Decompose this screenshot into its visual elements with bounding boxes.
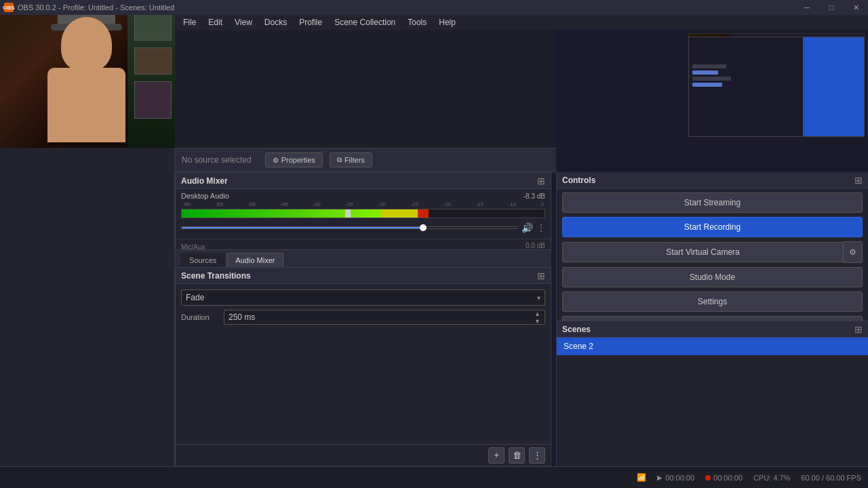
controls-menu-icon[interactable]: ⊞ bbox=[854, 175, 863, 186]
duration-row: Duration 250 ms ▲ ▼ bbox=[181, 310, 545, 325]
cpu-text: CPU: 4.7% bbox=[753, 474, 790, 482]
fps-text: 60.00 / 60.00 FPS bbox=[801, 474, 861, 482]
desktop-more-button[interactable]: ⋮ bbox=[537, 223, 545, 232]
duration-value: 250 ms bbox=[229, 312, 255, 322]
audio-mixer: Audio Mixer ⊞ Desktop Audio -8.3 dB -60 … bbox=[175, 172, 551, 250]
menu-bar: File Edit View Docks Profile Scene Colle… bbox=[175, 15, 868, 30]
maximize-button[interactable]: □ bbox=[819, 0, 844, 15]
transitions-menu-icon[interactable]: ⊞ bbox=[537, 270, 545, 281]
properties-button[interactable]: ⚙ Properties bbox=[265, 152, 323, 167]
label-0: 0 bbox=[541, 201, 544, 207]
settings-button[interactable]: Settings bbox=[562, 291, 863, 312]
desktop-audio-meter bbox=[181, 209, 545, 218]
transitions-header: Scene Transitions ⊞ bbox=[176, 268, 551, 284]
menu-file[interactable]: File bbox=[178, 16, 201, 28]
scene-transitions-panel: Scene Transitions ⊞ Fade ▾ Duration 250 … bbox=[175, 268, 551, 466]
label-25: -25 bbox=[410, 201, 418, 207]
remove-transition-button[interactable]: 🗑 bbox=[509, 447, 525, 464]
minimize-button[interactable]: ─ bbox=[795, 0, 819, 15]
menu-profile[interactable]: Profile bbox=[294, 16, 328, 28]
meter-labels: -60 -55 -50 -45 -40 -35 -30 -25 -20 -15 … bbox=[181, 201, 545, 207]
meter-yellow-desktop bbox=[381, 209, 418, 218]
menu-edit[interactable]: Edit bbox=[203, 16, 228, 28]
gear-icon: ⚙ bbox=[273, 157, 279, 164]
menu-help[interactable]: Help bbox=[433, 16, 461, 28]
stream-time: 00:00:00 bbox=[665, 474, 694, 482]
webcam-image bbox=[0, 0, 175, 148]
controls-header: Controls ⊞ bbox=[557, 172, 868, 188]
add-transition-button[interactable]: + bbox=[488, 447, 505, 464]
desktop-audio-name: Desktop Audio bbox=[181, 192, 229, 200]
audio-mixer-title: Audio Mixer bbox=[181, 176, 228, 186]
virtual-camera-row: Start Virtual Camera ⚙ bbox=[562, 241, 863, 263]
cpu-status: CPU: 4.7% bbox=[753, 474, 790, 482]
close-button[interactable]: ✕ bbox=[844, 0, 868, 15]
properties-label: Properties bbox=[281, 156, 315, 164]
desktop-controls: 🔊 ⋮ bbox=[181, 221, 545, 235]
menu-scene-collection[interactable]: Scene Collection bbox=[329, 16, 401, 28]
left-panel bbox=[0, 148, 175, 466]
transitions-footer: + 🗑 ⋮ bbox=[176, 444, 551, 466]
title-bar-text: OBS 30.0.2 - Profile: Untitled - Scenes:… bbox=[18, 3, 174, 12]
scene-item-scene2[interactable]: Scene 2 bbox=[557, 338, 868, 355]
menu-view[interactable]: View bbox=[229, 16, 258, 28]
scenes-title: Scenes bbox=[562, 325, 591, 334]
more-transitions-button[interactable]: ⋮ bbox=[529, 447, 545, 464]
fps-status: 60.00 / 60.00 FPS bbox=[801, 474, 861, 482]
tab-audio-mixer[interactable]: Audio Mixer bbox=[226, 253, 283, 267]
duration-input[interactable]: 250 ms ▲ ▼ bbox=[224, 310, 545, 325]
preview-area bbox=[175, 15, 556, 163]
desktop-audio-channel: Desktop Audio -8.3 dB -60 -55 -50 -45 -4… bbox=[176, 189, 551, 237]
audio-mixer-menu-icon[interactable]: ⊞ bbox=[537, 176, 545, 186]
virtual-camera-settings-icon[interactable]: ⚙ bbox=[844, 241, 863, 263]
duration-spinners: ▲ ▼ bbox=[534, 310, 540, 325]
scenes-menu-icon[interactable]: ⊞ bbox=[854, 324, 863, 335]
menu-docks[interactable]: Docks bbox=[259, 16, 292, 28]
scenes-header: Scenes ⊞ bbox=[557, 321, 868, 338]
stream-time-status: ▶ 00:00:00 bbox=[657, 474, 694, 482]
audio-mixer-header: Audio Mixer ⊞ bbox=[176, 173, 551, 189]
app-icon: OBS bbox=[4, 3, 14, 12]
network-icon: 📶 bbox=[637, 473, 646, 482]
label-10: -10 bbox=[508, 201, 516, 207]
studio-mode-button[interactable]: Studio Mode bbox=[562, 267, 863, 287]
desktop-mute-button[interactable]: 🔊 bbox=[520, 221, 534, 235]
duration-up-arrow[interactable]: ▲ bbox=[534, 310, 540, 317]
transition-type-select[interactable]: Fade ▾ bbox=[181, 289, 545, 306]
menu-tools[interactable]: Tools bbox=[402, 16, 432, 28]
desktop-volume-slider[interactable] bbox=[181, 226, 517, 229]
person-body bbox=[47, 68, 125, 142]
title-bar: OBS OBS 30.0.2 - Profile: Untitled - Sce… bbox=[0, 0, 868, 15]
start-streaming-button[interactable]: Start Streaming bbox=[562, 192, 863, 213]
preview-thumbnail bbox=[685, 30, 868, 144]
preview-mini-rows bbox=[692, 64, 735, 87]
record-dot bbox=[705, 475, 711, 481]
desktop-audio-db: -8.3 dB bbox=[524, 192, 545, 200]
transition-type-value: Fade bbox=[186, 293, 204, 302]
start-virtual-camera-button[interactable]: Start Virtual Camera bbox=[562, 242, 844, 262]
preview-row-2 bbox=[692, 70, 718, 75]
meter-green-desktop bbox=[182, 209, 381, 218]
filters-button[interactable]: ⧉ Filters bbox=[330, 152, 372, 167]
person-head bbox=[61, 17, 112, 71]
preview-row-4 bbox=[692, 83, 722, 87]
start-recording-button[interactable]: Start Recording bbox=[562, 217, 863, 237]
scenes-panel: Scenes ⊞ Scene 2 bbox=[556, 321, 868, 466]
tabs-bar: Sources Audio Mixer bbox=[175, 250, 551, 268]
mixer-separator bbox=[176, 239, 551, 239]
label-40: -40 bbox=[313, 201, 321, 207]
tab-sources[interactable]: Sources bbox=[180, 253, 225, 267]
filters-label: Filters bbox=[344, 156, 365, 164]
label-30: -30 bbox=[378, 201, 386, 207]
label-20: -20 bbox=[443, 201, 451, 207]
channel-header-desktop: Desktop Audio -8.3 dB bbox=[181, 192, 545, 200]
controls-panel: Controls ⊞ Start Streaming Start Recordi… bbox=[556, 172, 868, 321]
network-status: 📶 bbox=[637, 473, 646, 482]
preview-content-area bbox=[689, 37, 803, 136]
record-time-status: 00:00:00 bbox=[705, 474, 743, 482]
label-50: -50 bbox=[248, 201, 256, 207]
webcam-panel bbox=[0, 0, 175, 148]
desktop-volume-fill bbox=[182, 227, 423, 228]
title-bar-left: OBS OBS 30.0.2 - Profile: Untitled - Sce… bbox=[0, 3, 174, 12]
duration-down-arrow[interactable]: ▼ bbox=[534, 318, 540, 325]
